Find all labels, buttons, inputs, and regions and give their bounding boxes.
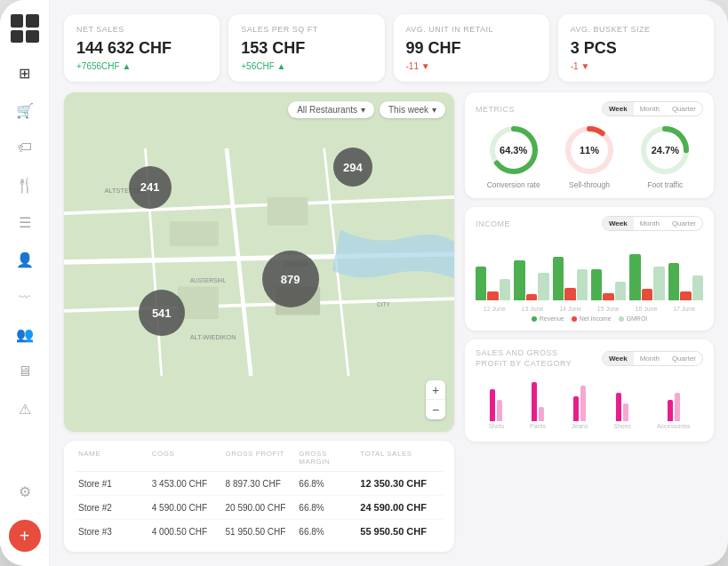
income-panel: INCOME Week Month Quarter 12 June13 June… [465, 207, 714, 331]
store-total-sales-3: 55 950.50 CHF [360, 526, 440, 537]
cat-bar2-1 [539, 407, 544, 421]
table-header: NAME COGS GROSS PROFIT GROSS MARGIN TOTA… [75, 450, 444, 472]
income-tab-quarter[interactable]: Quarter [666, 217, 702, 230]
kpi-value-avg-unit: 99 CHF [406, 39, 537, 58]
map-container: ALTSTETTEN AUSSERSIHL ZÜRICH ALT-WIEDIKO… [64, 92, 454, 432]
cat-group-pants: Pants [530, 382, 546, 429]
kpi-label-basket-size: AVG. BUSKET SIZE [571, 25, 701, 34]
map-bubble-294: 294 [333, 147, 372, 187]
conversion-rate-chart: 64.3% [487, 124, 540, 177]
sales-cat-tab-quarter[interactable]: Quarter [666, 352, 702, 365]
kpi-label-net-sales: NET SALES [76, 25, 207, 34]
legend-dot-revenue [532, 316, 537, 322]
sidebar-item-tag[interactable]: 🏷 [9, 132, 41, 163]
kpi-value-net-sales: 144 632 CHF [76, 39, 207, 58]
table-row: Store #3 4 000.50 CHF 51 950.50 CHF 66.8… [75, 520, 444, 543]
revenue-bar-0 [476, 267, 486, 301]
metrics-tab-quarter[interactable]: Quarter [666, 102, 702, 116]
gmroi-bar-4 [653, 267, 664, 301]
metric-foot-traffic: 24.7% Foot traffic [638, 124, 692, 189]
income-legend: Revenue Net Income GMROI [476, 315, 703, 322]
income-date-1: 13 June [522, 306, 544, 312]
cat-bar2-2 [580, 386, 586, 421]
revenue-bar-3 [591, 269, 602, 300]
income-title: INCOME [476, 219, 510, 228]
metrics-circles: 64.3% Conversion rate 11% [476, 124, 703, 189]
kpi-change-net-sales: +7656CHF [76, 61, 207, 71]
cat-label-3: Shoes [613, 423, 631, 429]
sidebar: ⊞ 🛒 🏷 🍴 ☰ 👤 〰 👥 🖥 ⚠ ⚙ + [0, 0, 50, 566]
legend-label-net: Net Income [580, 315, 612, 322]
sidebar-item-team[interactable]: 👥 [9, 318, 41, 350]
map-bubble-541: 541 [139, 290, 185, 336]
svg-text:ALT-WIEDIKON: ALT-WIEDIKON [190, 333, 236, 341]
bar-group-5 [668, 263, 703, 300]
restaurant-filter-dropdown[interactable]: All Restaurants ▾ [288, 101, 374, 118]
metrics-title: METRICS [476, 105, 515, 114]
store-cogs-3: 4 000.50 CHF [152, 527, 226, 537]
income-date-2: 14 June [559, 306, 581, 312]
cat-group-jeans: Jeans [572, 386, 588, 429]
store-gross-margin-2: 66.8% [299, 503, 360, 513]
right-column: METRICS Week Month Quarter [465, 92, 714, 552]
gmroi-bar-3 [615, 282, 626, 300]
store-table: NAME COGS GROSS PROFIT GROSS MARGIN TOTA… [64, 441, 454, 552]
fab-add-button[interactable]: + [9, 520, 41, 552]
cat-bars-4 [668, 393, 680, 421]
net-bar-4 [642, 289, 652, 300]
sidebar-item-cart[interactable]: 🛒 [9, 94, 41, 126]
income-header: INCOME Week Month Quarter [476, 216, 703, 231]
sidebar-item-monitor[interactable]: 🖥 [9, 355, 41, 387]
cat-group-shirts: Shirts [488, 389, 504, 429]
income-tab-week[interactable]: Week [603, 217, 634, 230]
period-filter-label: This week [388, 105, 428, 115]
sidebar-item-analytics[interactable]: 〰 [9, 281, 41, 313]
sales-cat-tab-month[interactable]: Month [634, 352, 666, 365]
cat-bar1-0 [490, 389, 495, 421]
income-date-4: 16 June [635, 306, 657, 312]
sidebar-item-alert[interactable]: ⚠ [9, 393, 41, 425]
cat-bar2-4 [675, 393, 680, 421]
sell-through-label: Sell-through [569, 180, 610, 189]
zoom-out-button[interactable]: − [426, 400, 445, 419]
period-filter-dropdown[interactable]: This week ▾ [380, 101, 445, 118]
sales-cat-tab-week[interactable]: Week [603, 352, 634, 365]
legend-net: Net Income [572, 315, 612, 322]
map-svg: ALTSTETTEN AUSSERSIHL ZÜRICH ALT-WIEDIKO… [64, 92, 454, 432]
metrics-tab-week[interactable]: Week [603, 102, 634, 116]
logo [11, 14, 39, 43]
sidebar-item-person[interactable]: 👤 [9, 243, 41, 275]
net-bar-1 [526, 294, 537, 300]
col-header-gross-margin: GROSS MARGIN [299, 450, 360, 466]
col-header-cogs: COGS [152, 450, 226, 466]
middle-row: ALTSTETTEN AUSSERSIHL ZÜRICH ALT-WIEDIKO… [64, 92, 714, 552]
bar-group-0 [476, 267, 510, 301]
cat-bar1-3 [616, 393, 621, 421]
sidebar-item-dashboard[interactable]: ⊞ [9, 57, 41, 89]
revenue-bar-1 [514, 260, 524, 301]
cat-bars-0 [490, 389, 502, 421]
sales-category-period-tabs: Week Month Quarter [602, 351, 703, 366]
store-gross-margin-3: 66.8% [299, 527, 360, 537]
dropdown-arrow-icon: ▾ [361, 105, 365, 115]
revenue-bar-5 [668, 263, 679, 300]
sidebar-item-list[interactable]: ☰ [9, 206, 41, 238]
net-bar-2 [564, 288, 575, 300]
store-name-3: Store #3 [78, 527, 152, 537]
cat-bar2-0 [497, 400, 502, 421]
sell-through-value: 11% [580, 145, 599, 155]
income-tab-month[interactable]: Month [634, 217, 666, 230]
col-header-name: NAME [78, 450, 152, 466]
legend-revenue: Revenue [532, 315, 564, 322]
gmroi-bar-2 [577, 269, 588, 300]
store-cogs-1: 3 453.00 CHF [152, 479, 226, 489]
sidebar-item-restaurant[interactable]: 🍴 [9, 169, 41, 201]
cat-bars-2 [573, 386, 586, 421]
sidebar-item-settings[interactable]: ⚙ [9, 475, 41, 507]
zoom-in-button[interactable]: + [426, 380, 445, 400]
cat-label-4: Accessories [657, 423, 691, 429]
svg-rect-7 [170, 221, 219, 245]
store-name-2: Store #2 [78, 503, 152, 513]
cat-bars-1 [532, 382, 544, 421]
metrics-tab-month[interactable]: Month [634, 102, 666, 116]
